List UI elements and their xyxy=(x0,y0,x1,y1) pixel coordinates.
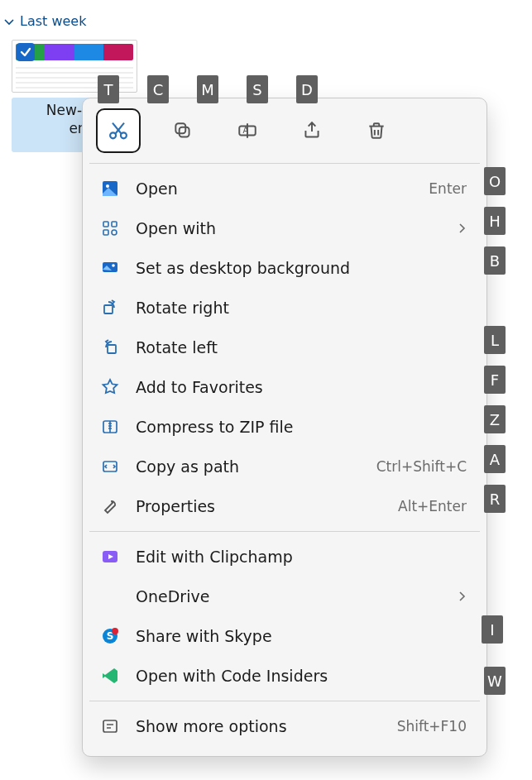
chevron-right-icon xyxy=(457,591,470,601)
menu-item-label: Set as desktop background xyxy=(136,259,470,277)
menu-item-favorites[interactable]: Add to Favorites xyxy=(88,367,482,407)
accesskey-badge: R xyxy=(484,485,506,513)
menu-item-shortcut: Enter xyxy=(429,180,470,197)
menu-item-open-with[interactable]: Open with xyxy=(88,208,482,248)
skype-icon: S xyxy=(99,625,121,647)
menu-item-label: Add to Favorites xyxy=(136,378,470,396)
menu-item-properties[interactable]: Properties Alt+Enter xyxy=(88,486,482,526)
svg-rect-8 xyxy=(103,222,108,227)
svg-point-0 xyxy=(110,132,116,138)
svg-rect-10 xyxy=(103,230,108,235)
accesskey-badge: F xyxy=(484,366,506,394)
vscode-insiders-icon xyxy=(99,665,121,687)
accesskey-badge: H xyxy=(484,207,506,235)
svg-rect-2 xyxy=(180,127,189,137)
svg-point-7 xyxy=(106,184,109,188)
svg-point-1 xyxy=(121,132,127,138)
menu-item-label: Open with xyxy=(136,219,442,237)
accesskey-badge: S xyxy=(247,75,268,103)
spacer-icon xyxy=(99,586,121,607)
copy-button[interactable] xyxy=(161,108,205,153)
rotate-right-icon xyxy=(99,297,121,318)
selection-checkmark-icon[interactable] xyxy=(17,43,35,61)
accesskey-badge: A xyxy=(484,445,506,473)
menu-item-code-insiders[interactable]: Open with Code Insiders xyxy=(88,656,482,696)
share-button[interactable] xyxy=(290,108,334,153)
menu-item-show-more[interactable]: Show more options Shift+F10 xyxy=(88,706,482,746)
context-menu: A Open Enter Open with xyxy=(82,98,487,757)
accesskey-badge: D xyxy=(296,75,318,103)
svg-rect-14 xyxy=(104,305,113,313)
rename-button[interactable]: A xyxy=(225,108,270,153)
menu-item-open[interactable]: Open Enter xyxy=(88,169,482,208)
menu-item-label: OneDrive xyxy=(136,587,442,605)
menu-item-label: Copy as path xyxy=(136,457,362,476)
group-header-label: Last week xyxy=(20,13,86,29)
menu-item-label: Edit with Clipchamp xyxy=(136,548,470,566)
cut-button[interactable] xyxy=(96,108,141,153)
menu-item-rotate-right[interactable]: Rotate right xyxy=(88,288,482,328)
context-toolbar: A xyxy=(88,105,482,163)
accesskey-badge: O xyxy=(484,167,506,195)
accesskey-badge: M xyxy=(197,75,218,103)
svg-point-22 xyxy=(112,628,118,634)
svg-rect-23 xyxy=(103,720,117,732)
accesskey-badge: Z xyxy=(484,405,506,433)
svg-point-11 xyxy=(112,230,117,235)
menu-item-shortcut: Alt+Enter xyxy=(398,498,470,514)
menu-item-onedrive[interactable]: OneDrive xyxy=(88,577,482,616)
accesskey-badge: L xyxy=(484,326,506,354)
apps-icon xyxy=(99,218,121,239)
copy-path-icon xyxy=(99,456,121,477)
menu-item-label: Open with Code Insiders xyxy=(136,667,470,685)
menu-item-clipchamp[interactable]: Edit with Clipchamp xyxy=(88,537,482,577)
menu-item-label: Open xyxy=(136,179,414,198)
svg-rect-12 xyxy=(103,262,117,272)
scissors-icon xyxy=(107,119,130,142)
svg-rect-15 xyxy=(108,345,116,353)
zip-icon xyxy=(99,416,121,438)
accesskey-badge: W xyxy=(484,667,506,695)
menu-item-shortcut: Ctrl+Shift+C xyxy=(376,458,470,475)
menu-item-label: Rotate left xyxy=(136,338,470,357)
more-options-icon xyxy=(99,715,121,737)
image-icon xyxy=(99,178,121,199)
copy-icon xyxy=(172,120,194,141)
menu-item-set-background[interactable]: Set as desktop background xyxy=(88,248,482,288)
star-icon xyxy=(99,376,121,398)
delete-button[interactable] xyxy=(354,108,399,153)
chevron-right-icon xyxy=(457,223,470,233)
desktop-background-icon xyxy=(99,257,121,279)
trash-icon xyxy=(366,120,387,141)
menu-item-label: Rotate right xyxy=(136,299,470,317)
group-header-last-week[interactable]: Last week xyxy=(3,13,86,29)
share-icon xyxy=(301,120,323,141)
svg-rect-9 xyxy=(112,222,117,227)
menu-item-label: Show more options xyxy=(136,717,382,735)
menu-item-label: Properties xyxy=(136,497,383,515)
clipchamp-icon xyxy=(99,546,121,567)
menu-item-label: Share with Skype xyxy=(136,627,470,645)
menu-item-compress[interactable]: Compress to ZIP file xyxy=(88,407,482,447)
accesskey-badge: I xyxy=(482,615,503,644)
menu-item-skype[interactable]: S Share with Skype xyxy=(88,616,482,656)
accesskey-badge: B xyxy=(484,246,506,275)
menu-item-rotate-left[interactable]: Rotate left xyxy=(88,328,482,367)
accesskey-badge: T xyxy=(98,75,119,103)
menu-item-label: Compress to ZIP file xyxy=(136,418,470,436)
svg-text:A: A xyxy=(243,126,249,135)
svg-point-13 xyxy=(112,264,115,267)
rotate-left-icon xyxy=(99,337,121,358)
wrench-icon xyxy=(99,495,121,517)
accesskey-badge: C xyxy=(147,75,169,103)
menu-item-copy-path[interactable]: Copy as path Ctrl+Shift+C xyxy=(88,447,482,486)
menu-item-shortcut: Shift+F10 xyxy=(397,718,470,735)
svg-rect-3 xyxy=(175,123,185,133)
chevron-down-icon xyxy=(3,16,15,27)
rename-icon: A xyxy=(237,120,258,141)
